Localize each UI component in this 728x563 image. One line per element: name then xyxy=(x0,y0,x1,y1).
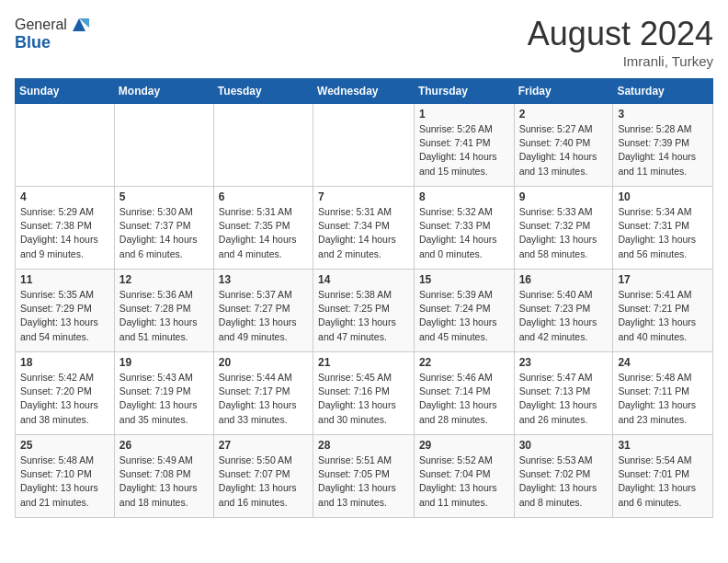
calendar-cell: 21Sunrise: 5:45 AM Sunset: 7:16 PM Dayli… xyxy=(313,352,415,435)
calendar-cell: 5Sunrise: 5:30 AM Sunset: 7:37 PM Daylig… xyxy=(114,187,213,270)
day-info: Sunrise: 5:31 AM Sunset: 7:34 PM Dayligh… xyxy=(318,205,409,261)
day-info: Sunrise: 5:44 AM Sunset: 7:17 PM Dayligh… xyxy=(219,371,308,427)
weekday-header: Tuesday xyxy=(213,79,313,104)
day-number: 4 xyxy=(20,190,109,203)
calendar-week-row: 18Sunrise: 5:42 AM Sunset: 7:20 PM Dayli… xyxy=(16,352,713,435)
day-info: Sunrise: 5:43 AM Sunset: 7:19 PM Dayligh… xyxy=(119,371,209,427)
calendar-cell: 12Sunrise: 5:36 AM Sunset: 7:28 PM Dayli… xyxy=(114,270,213,352)
day-info: Sunrise: 5:50 AM Sunset: 7:07 PM Dayligh… xyxy=(219,454,308,510)
day-number: 11 xyxy=(20,273,109,286)
calendar-cell: 7Sunrise: 5:31 AM Sunset: 7:34 PM Daylig… xyxy=(313,187,415,270)
calendar-cell: 20Sunrise: 5:44 AM Sunset: 7:17 PM Dayli… xyxy=(213,352,313,435)
day-number: 7 xyxy=(318,190,409,203)
calendar-cell: 16Sunrise: 5:40 AM Sunset: 7:23 PM Dayli… xyxy=(514,270,613,352)
calendar-week-row: 4Sunrise: 5:29 AM Sunset: 7:38 PM Daylig… xyxy=(16,187,713,270)
calendar-cell: 8Sunrise: 5:32 AM Sunset: 7:33 PM Daylig… xyxy=(414,187,514,270)
calendar-cell: 26Sunrise: 5:49 AM Sunset: 7:08 PM Dayli… xyxy=(114,435,213,518)
location-subtitle: Imranli, Turkey xyxy=(528,53,713,69)
day-number: 1 xyxy=(419,108,509,121)
calendar-cell: 18Sunrise: 5:42 AM Sunset: 7:20 PM Dayli… xyxy=(16,352,115,435)
weekday-header: Monday xyxy=(114,79,213,104)
day-number: 2 xyxy=(519,108,609,121)
day-info: Sunrise: 5:30 AM Sunset: 7:37 PM Dayligh… xyxy=(119,205,209,261)
logo: General Blue xyxy=(15,15,89,52)
day-info: Sunrise: 5:36 AM Sunset: 7:28 PM Dayligh… xyxy=(119,288,209,344)
day-number: 25 xyxy=(20,439,109,452)
day-info: Sunrise: 5:38 AM Sunset: 7:25 PM Dayligh… xyxy=(318,288,409,344)
day-info: Sunrise: 5:28 AM Sunset: 7:39 PM Dayligh… xyxy=(618,122,708,178)
weekday-header: Sunday xyxy=(16,79,115,104)
day-number: 9 xyxy=(519,190,609,203)
calendar-header-row: SundayMondayTuesdayWednesdayThursdayFrid… xyxy=(16,79,713,104)
day-number: 31 xyxy=(618,439,708,452)
day-info: Sunrise: 5:31 AM Sunset: 7:35 PM Dayligh… xyxy=(219,205,308,261)
calendar-cell: 9Sunrise: 5:33 AM Sunset: 7:32 PM Daylig… xyxy=(514,187,613,270)
day-number: 27 xyxy=(219,439,308,452)
logo-blue-text: Blue xyxy=(15,33,89,52)
day-info: Sunrise: 5:48 AM Sunset: 7:11 PM Dayligh… xyxy=(618,371,708,427)
day-number: 5 xyxy=(119,190,209,203)
calendar-week-row: 25Sunrise: 5:48 AM Sunset: 7:10 PM Dayli… xyxy=(16,435,713,518)
day-info: Sunrise: 5:41 AM Sunset: 7:21 PM Dayligh… xyxy=(618,288,708,344)
logo-icon xyxy=(69,15,89,35)
day-number: 24 xyxy=(618,356,708,369)
day-number: 14 xyxy=(318,273,409,286)
day-number: 19 xyxy=(119,356,209,369)
day-info: Sunrise: 5:54 AM Sunset: 7:01 PM Dayligh… xyxy=(618,454,708,510)
title-block: August 2024 Imranli, Turkey xyxy=(528,15,713,69)
calendar-cell: 30Sunrise: 5:53 AM Sunset: 7:02 PM Dayli… xyxy=(514,435,613,518)
day-number: 12 xyxy=(119,273,209,286)
calendar-table: SundayMondayTuesdayWednesdayThursdayFrid… xyxy=(15,78,713,518)
day-number: 26 xyxy=(119,439,209,452)
day-number: 3 xyxy=(618,108,708,121)
day-number: 20 xyxy=(219,356,308,369)
day-info: Sunrise: 5:34 AM Sunset: 7:31 PM Dayligh… xyxy=(618,205,708,261)
calendar-cell xyxy=(114,104,213,187)
day-info: Sunrise: 5:46 AM Sunset: 7:14 PM Dayligh… xyxy=(419,371,509,427)
calendar-cell: 10Sunrise: 5:34 AM Sunset: 7:31 PM Dayli… xyxy=(613,187,713,270)
calendar-cell: 28Sunrise: 5:51 AM Sunset: 7:05 PM Dayli… xyxy=(313,435,415,518)
calendar-cell: 4Sunrise: 5:29 AM Sunset: 7:38 PM Daylig… xyxy=(16,187,115,270)
day-number: 15 xyxy=(419,273,509,286)
calendar-cell: 29Sunrise: 5:52 AM Sunset: 7:04 PM Dayli… xyxy=(414,435,514,518)
calendar-cell: 19Sunrise: 5:43 AM Sunset: 7:19 PM Dayli… xyxy=(114,352,213,435)
calendar-cell: 13Sunrise: 5:37 AM Sunset: 7:27 PM Dayli… xyxy=(213,270,313,352)
calendar-cell xyxy=(16,104,115,187)
day-number: 23 xyxy=(519,356,609,369)
logo-general-text: General xyxy=(15,17,67,33)
month-title: August 2024 xyxy=(528,15,713,53)
day-info: Sunrise: 5:40 AM Sunset: 7:23 PM Dayligh… xyxy=(519,288,609,344)
day-info: Sunrise: 5:48 AM Sunset: 7:10 PM Dayligh… xyxy=(20,454,109,510)
weekday-header: Thursday xyxy=(414,79,514,104)
day-info: Sunrise: 5:33 AM Sunset: 7:32 PM Dayligh… xyxy=(519,205,609,261)
day-info: Sunrise: 5:32 AM Sunset: 7:33 PM Dayligh… xyxy=(419,205,509,261)
calendar-cell: 6Sunrise: 5:31 AM Sunset: 7:35 PM Daylig… xyxy=(213,187,313,270)
weekday-header: Friday xyxy=(514,79,613,104)
day-info: Sunrise: 5:52 AM Sunset: 7:04 PM Dayligh… xyxy=(419,454,509,510)
day-number: 6 xyxy=(219,190,308,203)
calendar-week-row: 11Sunrise: 5:35 AM Sunset: 7:29 PM Dayli… xyxy=(16,270,713,352)
calendar-cell: 17Sunrise: 5:41 AM Sunset: 7:21 PM Dayli… xyxy=(613,270,713,352)
calendar-cell: 3Sunrise: 5:28 AM Sunset: 7:39 PM Daylig… xyxy=(613,104,713,187)
calendar-cell: 2Sunrise: 5:27 AM Sunset: 7:40 PM Daylig… xyxy=(514,104,613,187)
day-info: Sunrise: 5:45 AM Sunset: 7:16 PM Dayligh… xyxy=(318,371,409,427)
day-info: Sunrise: 5:47 AM Sunset: 7:13 PM Dayligh… xyxy=(519,371,609,427)
calendar-cell: 14Sunrise: 5:38 AM Sunset: 7:25 PM Dayli… xyxy=(313,270,415,352)
day-info: Sunrise: 5:35 AM Sunset: 7:29 PM Dayligh… xyxy=(20,288,109,344)
day-number: 18 xyxy=(20,356,109,369)
calendar-cell: 31Sunrise: 5:54 AM Sunset: 7:01 PM Dayli… xyxy=(613,435,713,518)
day-info: Sunrise: 5:49 AM Sunset: 7:08 PM Dayligh… xyxy=(119,454,209,510)
day-info: Sunrise: 5:42 AM Sunset: 7:20 PM Dayligh… xyxy=(20,371,109,427)
day-info: Sunrise: 5:39 AM Sunset: 7:24 PM Dayligh… xyxy=(419,288,509,344)
day-number: 28 xyxy=(318,439,409,452)
page-header: General Blue August 2024 Imranli, Turkey xyxy=(15,15,713,69)
day-info: Sunrise: 5:51 AM Sunset: 7:05 PM Dayligh… xyxy=(318,454,409,510)
day-info: Sunrise: 5:53 AM Sunset: 7:02 PM Dayligh… xyxy=(519,454,609,510)
calendar-cell xyxy=(313,104,415,187)
calendar-cell: 24Sunrise: 5:48 AM Sunset: 7:11 PM Dayli… xyxy=(613,352,713,435)
calendar-cell: 27Sunrise: 5:50 AM Sunset: 7:07 PM Dayli… xyxy=(213,435,313,518)
calendar-cell xyxy=(213,104,313,187)
day-number: 8 xyxy=(419,190,509,203)
calendar-cell: 11Sunrise: 5:35 AM Sunset: 7:29 PM Dayli… xyxy=(16,270,115,352)
day-number: 10 xyxy=(618,190,708,203)
